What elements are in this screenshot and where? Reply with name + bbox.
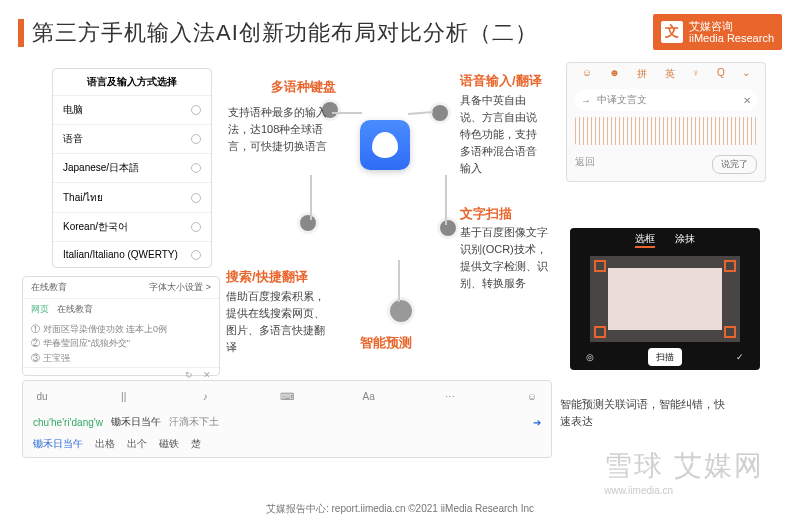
crop-corner-icon[interactable] (724, 260, 736, 272)
ime-tab[interactable]: ⌄ (742, 67, 750, 81)
waveform-icon (575, 117, 757, 145)
page-title: 第三方手机输入法AI创新功能布局对比分析（二） (32, 18, 538, 48)
emoji-icon[interactable]: ☺ (521, 385, 543, 407)
brand-mark-icon: 文 (661, 21, 683, 43)
search-panel-left: 在线教育 (31, 281, 67, 294)
candidate[interactable]: 磁铁 (159, 437, 179, 451)
footer: 艾媒报告中心: report.iimedia.cn ©2021 iiMedia … (0, 502, 800, 516)
section-body: 智能预测关联词语，智能纠错，快速表达 (560, 396, 730, 429)
section-title: 语音输入/翻译 (460, 72, 542, 90)
lang-item[interactable]: 电脑 (53, 95, 211, 124)
refresh-icon[interactable]: ↻ (185, 370, 193, 380)
baidu-icon[interactable]: ➔ (533, 417, 541, 428)
keyboard-panel: du || ♪ ⌨ Aa ⋯ ☺ chu'he'ri'dang'w 锄禾日当午 … (22, 380, 552, 458)
pinyin-input: chu'he'ri'dang'w (33, 417, 103, 428)
ime-tab[interactable]: Q (717, 67, 725, 81)
connector-node (432, 105, 448, 121)
kb-icon[interactable]: ♪ (194, 385, 216, 407)
lang-item[interactable]: Japanese/日本語 (53, 153, 211, 182)
section-title: 多语种键盘 (228, 78, 336, 96)
ime-tab[interactable]: 拼 (637, 67, 647, 81)
section-keyboard: 多语种键盘 支持语种最多的输入法，达108种全球语言，可快捷切换语言 (228, 78, 336, 155)
language-panel-header: 语言及输入方式选择 (53, 69, 211, 95)
radio-icon[interactable] (191, 222, 201, 232)
camera-icon[interactable]: ◎ (586, 352, 594, 362)
crop-corner-icon[interactable] (594, 260, 606, 272)
connector-line (398, 260, 400, 302)
lang-item[interactable]: Korean/한국어 (53, 212, 211, 241)
section-body: 具备中英自由说、方言自由说特色功能，支持多语种混合语音输入 (460, 92, 546, 177)
done-button[interactable]: 说完了 (712, 155, 757, 174)
title-bar: 第三方手机输入法AI创新功能布局对比分析（二） (18, 18, 538, 48)
suggest-main[interactable]: 锄禾日当午 (111, 415, 161, 429)
radio-icon[interactable] (191, 134, 201, 144)
section-body: 支持语种最多的输入法，达108种全球语言，可快捷切换语言 (228, 104, 336, 155)
connector-line (332, 112, 362, 114)
radio-icon[interactable] (191, 250, 201, 260)
kb-icon[interactable]: du (31, 385, 53, 407)
section-title: 文字扫描 (460, 205, 512, 223)
connector-line (445, 175, 447, 225)
ocr-panel: 选框 涂抹 ◎ 扫描 ✓ (570, 228, 760, 370)
voice-ime-panel: ☺ ☻ 拼 英 ♀ Q ⌄ → 中译文言文 ✕ 返回 说完了 (566, 62, 766, 182)
section-title: 搜索/快捷翻译 (226, 268, 308, 286)
candidate[interactable]: 出个 (127, 437, 147, 451)
lang-item-label: Japanese/日本語 (63, 161, 139, 175)
ime-tab[interactable]: 英 (665, 67, 675, 81)
font-size-link[interactable]: 字体大小设置 > (149, 281, 211, 294)
ime-tab[interactable]: ☺ (582, 67, 592, 81)
search-result-row[interactable]: ② 华春莹回应"战狼外交" (31, 336, 211, 350)
section-body: 借助百度搜索积累，提供在线搜索网页、图片、多语言快捷翻译 (226, 288, 330, 356)
kb-icon[interactable]: Aa (358, 385, 380, 407)
ime-tab[interactable]: ☻ (609, 67, 620, 81)
search-tab[interactable]: 网页 (31, 303, 49, 316)
scan-button[interactable]: 扫描 (648, 348, 682, 366)
title-accent (18, 19, 24, 47)
confirm-icon[interactable]: ✓ (736, 352, 744, 362)
lang-item-label: Italian/Italiano (QWERTY) (63, 249, 178, 260)
candidate[interactable]: 楚 (191, 437, 201, 451)
kb-icon[interactable]: ⌨ (276, 385, 298, 407)
lang-item[interactable]: 语音 (53, 124, 211, 153)
arrow-icon: → (581, 95, 591, 106)
translate-source-label: 中译文言文 (597, 93, 647, 107)
radio-icon[interactable] (191, 105, 201, 115)
brand-logo: 文 艾媒咨询 iiMedia Research (653, 14, 782, 50)
watermark-main: 雪球 艾媒网 (604, 450, 764, 481)
ime-tabs: ☺ ☻ 拼 英 ♀ Q ⌄ (567, 63, 765, 85)
translate-source[interactable]: → 中译文言文 ✕ (575, 89, 757, 111)
ime-tab[interactable]: ♀ (692, 67, 700, 81)
candidate[interactable]: 锄禾日当午 (33, 437, 83, 451)
section-body: 基于百度图像文字识别(OCR)技术，提供文字检测、识别、转换服务 (460, 224, 550, 292)
search-tab[interactable]: 在线教育 (57, 303, 93, 316)
search-panel: 在线教育 字体大小设置 > 网页 在线教育 ① 对面区导染僧使功效 连本上0例 … (22, 276, 220, 376)
search-result-row[interactable]: ③ 王宝强 (31, 351, 211, 365)
ocr-tab-paint[interactable]: 涂抹 (675, 232, 695, 248)
candidate[interactable]: 出格 (95, 437, 115, 451)
lang-item[interactable]: Thai/ไทย (53, 182, 211, 212)
lang-item-label: Korean/한국어 (63, 220, 128, 234)
radio-icon[interactable] (191, 163, 201, 173)
lang-item[interactable]: Italian/Italiano (QWERTY) (53, 241, 211, 267)
connector-line (408, 111, 433, 115)
watermark: 雪球 艾媒网 www.iimedia.cn (604, 447, 764, 496)
baidu-logo-icon (360, 120, 410, 170)
connector-node (300, 215, 316, 231)
close-icon[interactable]: ✕ (203, 370, 211, 380)
kb-icon[interactable]: || (113, 385, 135, 407)
back-button[interactable]: 返回 (575, 155, 595, 174)
crop-corner-icon[interactable] (594, 326, 606, 338)
kb-icon[interactable]: ⋯ (439, 385, 461, 407)
search-result-row[interactable]: ① 对面区导染僧使功效 连本上0例 (31, 322, 211, 336)
suggest-tail: 汗滴禾下土 (169, 415, 219, 429)
connector-node (440, 220, 456, 236)
close-icon[interactable]: ✕ (743, 95, 751, 106)
brand-sub: iiMedia Research (689, 32, 774, 44)
connector-node (390, 300, 412, 322)
watermark-sub: www.iimedia.cn (604, 485, 764, 496)
crop-corner-icon[interactable] (724, 326, 736, 338)
ocr-tab-select[interactable]: 选框 (635, 232, 655, 248)
radio-icon[interactable] (191, 193, 201, 203)
section-title: 智能预测 (360, 334, 412, 352)
ocr-viewport[interactable] (590, 256, 740, 342)
